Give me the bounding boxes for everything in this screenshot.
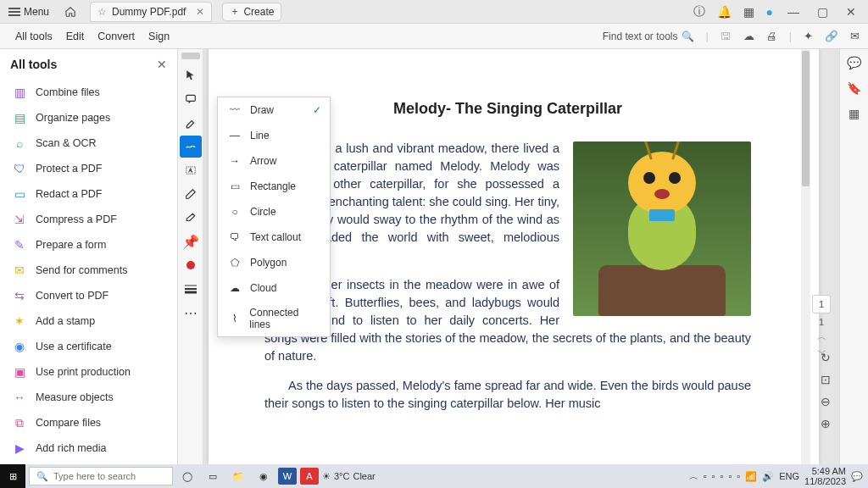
minimize-button[interactable]: —: [785, 5, 802, 19]
clock-time: 5:49 AM: [804, 466, 846, 476]
create-button[interactable]: ＋ Create: [222, 3, 281, 21]
shape-option[interactable]: →Arrow: [218, 148, 330, 174]
scrollbar[interactable]: [801, 49, 810, 464]
sidebar-item[interactable]: ⧉Compare files: [0, 410, 177, 435]
mail-icon[interactable]: ✉: [850, 30, 860, 42]
toolbar-edit[interactable]: Edit: [59, 27, 92, 46]
tool-label: Redact a PDF: [36, 188, 103, 200]
lang-indicator[interactable]: ENG: [779, 471, 799, 481]
search-input[interactable]: [53, 471, 170, 481]
sidebar-close-button[interactable]: ✕: [157, 58, 167, 71]
wifi-icon[interactable]: 📶: [745, 471, 757, 482]
pin-tool[interactable]: 📌: [180, 230, 202, 252]
chrome-icon[interactable]: ◉: [253, 466, 275, 486]
tray-icon[interactable]: ▫: [704, 471, 707, 481]
toolbar-sign[interactable]: Sign: [142, 27, 176, 46]
highlight-tool[interactable]: [180, 112, 202, 134]
tab-close-button[interactable]: ✕: [196, 6, 204, 18]
print-icon[interactable]: 🖨: [766, 30, 777, 42]
sidebar-item[interactable]: ✶Add a stamp: [0, 308, 177, 334]
shape-option[interactable]: ○Circle: [218, 199, 330, 225]
shape-option[interactable]: ▭Rectangle: [218, 174, 330, 199]
eraser-tool[interactable]: [180, 207, 202, 229]
sidebar-item[interactable]: ◉Use a certificate: [0, 334, 177, 359]
pen-tool[interactable]: [180, 183, 202, 205]
thickness-tool[interactable]: [180, 278, 202, 300]
sidebar-item[interactable]: ⇲Compress a PDF: [0, 207, 177, 232]
sidebar-item[interactable]: 🛡Protect a PDF: [0, 156, 177, 181]
notifications-icon[interactable]: 💬: [851, 471, 863, 482]
tray-icon[interactable]: ▫: [721, 471, 724, 481]
taskview-icon[interactable]: ▭: [202, 466, 224, 486]
sidebar-item[interactable]: ✉Send for comments: [0, 258, 177, 283]
shape-option[interactable]: ―Line: [218, 123, 330, 148]
shapes-tool[interactable]: [180, 136, 202, 158]
sidebar-item[interactable]: ▤Organize pages: [0, 105, 177, 130]
select-tool[interactable]: [180, 64, 202, 86]
shape-option[interactable]: 〰Draw: [218, 97, 330, 123]
tool-label: Add a stamp: [36, 315, 95, 327]
menu-button[interactable]: Menu: [3, 4, 54, 19]
page-input[interactable]: 1: [812, 295, 831, 313]
toolbar-alltools[interactable]: All tools: [8, 27, 59, 46]
page-total: 1: [819, 317, 824, 327]
document-image: [573, 141, 751, 316]
toolbar-drag-handle[interactable]: [181, 53, 200, 59]
shape-label: Draw: [250, 104, 274, 116]
link-icon[interactable]: 🔗: [825, 30, 838, 42]
home-button[interactable]: [59, 4, 81, 19]
bell-icon[interactable]: 🔔: [717, 5, 732, 19]
acrobat-icon[interactable]: A: [300, 468, 319, 485]
tray-up-icon[interactable]: ︿: [689, 470, 698, 483]
fit-icon[interactable]: ⊡: [821, 373, 831, 386]
cortana-icon[interactable]: ◯: [176, 466, 198, 486]
sidebar-item[interactable]: ↔Measure objects: [0, 385, 177, 410]
start-button[interactable]: ⊞: [0, 464, 25, 488]
sidebar-item[interactable]: ▥Combine files: [0, 80, 177, 105]
save-icon[interactable]: 🖫: [721, 30, 732, 42]
zoom-in-icon[interactable]: ⊕: [821, 417, 831, 430]
shape-option[interactable]: ⌇Connected lines: [218, 301, 330, 336]
shape-option[interactable]: ☁Cloud: [218, 275, 330, 301]
cloud-icon[interactable]: ☁: [743, 30, 754, 42]
rotate-icon[interactable]: ↻: [821, 351, 831, 364]
thumbnails-icon[interactable]: ▦: [849, 107, 860, 120]
help-icon[interactable]: ⓘ: [693, 4, 705, 19]
sidebar-item[interactable]: ▣Use print production: [0, 359, 177, 385]
sound-icon[interactable]: 🔊: [762, 471, 774, 482]
maximize-button[interactable]: ▢: [814, 5, 831, 19]
word-icon[interactable]: W: [278, 468, 297, 485]
sidebar-item[interactable]: ⌕Scan & OCR: [0, 130, 177, 156]
profile-icon[interactable]: ●: [766, 5, 773, 19]
sidebar-item[interactable]: ⇆Convert to PDF: [0, 283, 177, 308]
explorer-icon[interactable]: 📁: [227, 466, 249, 486]
bookmark-icon[interactable]: 🔖: [847, 81, 861, 95]
tray-icon[interactable]: ▫: [712, 471, 715, 481]
sidebar-item[interactable]: ▶Add rich media: [0, 435, 177, 461]
tray-icon[interactable]: ▫: [728, 471, 732, 481]
more-tools[interactable]: ⋯: [180, 302, 202, 324]
shape-option[interactable]: 🗨Text callout: [218, 225, 330, 250]
ai-icon[interactable]: ✦: [804, 30, 813, 42]
zoom-out-icon[interactable]: ⊖: [821, 395, 831, 408]
tray-icon[interactable]: ▫: [737, 471, 740, 481]
toolbar-convert[interactable]: Convert: [91, 27, 142, 46]
weather-widget[interactable]: ☀ 3°C Clear: [322, 471, 376, 482]
comment-tool[interactable]: [180, 88, 202, 110]
clock[interactable]: 5:49 AM 11/8/2023: [804, 466, 846, 486]
sidebar-item[interactable]: ✎Prepare a form: [0, 232, 177, 258]
annotation-toolbar: A 📌 ⋯: [178, 49, 203, 464]
shape-option[interactable]: ⬠Polygon: [218, 250, 330, 275]
taskbar-search[interactable]: 🔍: [29, 467, 173, 485]
close-button[interactable]: ✕: [843, 5, 860, 19]
textbox-tool[interactable]: A: [180, 159, 202, 181]
sidebar-item[interactable]: ▭Redact a PDF: [0, 181, 177, 207]
apps-icon[interactable]: ▦: [743, 5, 754, 19]
color-picker[interactable]: [180, 254, 202, 276]
page-up[interactable]: ︿: [817, 330, 826, 343]
chat-icon[interactable]: 💬: [847, 56, 861, 69]
create-label: Create: [243, 6, 274, 18]
document-tab[interactable]: ☆ Dummy PDF.pdf ✕: [90, 2, 212, 22]
shape-icon: 🗨: [228, 230, 242, 244]
find-button[interactable]: Find text or tools 🔍: [603, 30, 694, 42]
